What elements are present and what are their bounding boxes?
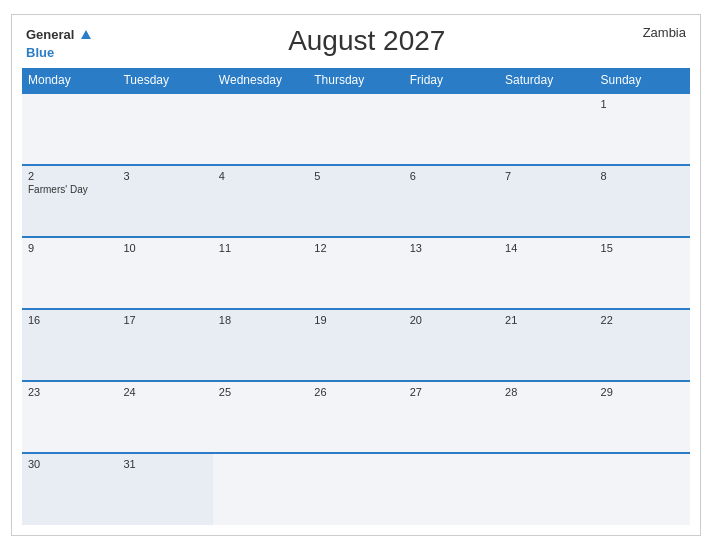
day-number: 15 xyxy=(601,242,684,254)
calendar-cell xyxy=(595,453,690,525)
day-number: 16 xyxy=(28,314,111,326)
day-header-sunday: Sunday xyxy=(595,68,690,93)
day-number: 10 xyxy=(123,242,206,254)
day-number: 22 xyxy=(601,314,684,326)
day-event: Farmers' Day xyxy=(28,184,111,195)
calendar-title: August 2027 xyxy=(91,25,643,57)
calendar-cell: 17 xyxy=(117,309,212,381)
calendar-cell: 21 xyxy=(499,309,594,381)
logo-triangle-icon xyxy=(81,30,91,39)
logo: General Blue xyxy=(26,25,91,60)
day-header-thursday: Thursday xyxy=(308,68,403,93)
logo-general-text: General xyxy=(26,27,74,42)
day-number: 21 xyxy=(505,314,588,326)
day-number: 1 xyxy=(601,98,684,110)
calendar-cell: 19 xyxy=(308,309,403,381)
calendar-header-row: MondayTuesdayWednesdayThursdayFridaySatu… xyxy=(22,68,690,93)
day-header-saturday: Saturday xyxy=(499,68,594,93)
day-number: 29 xyxy=(601,386,684,398)
week-row-5: 23242526272829 xyxy=(22,381,690,453)
week-row-6: 3031 xyxy=(22,453,690,525)
day-number: 13 xyxy=(410,242,493,254)
calendar-cell: 26 xyxy=(308,381,403,453)
day-number: 2 xyxy=(28,170,111,182)
day-number: 20 xyxy=(410,314,493,326)
day-number: 5 xyxy=(314,170,397,182)
logo-blue-text: Blue xyxy=(26,45,54,60)
day-number: 24 xyxy=(123,386,206,398)
calendar-cell xyxy=(213,453,308,525)
calendar-cell: 29 xyxy=(595,381,690,453)
day-number: 19 xyxy=(314,314,397,326)
day-number: 3 xyxy=(123,170,206,182)
week-row-3: 9101112131415 xyxy=(22,237,690,309)
calendar-cell: 16 xyxy=(22,309,117,381)
calendar-header: General Blue August 2027 Zambia xyxy=(22,25,690,60)
calendar-cell xyxy=(117,93,212,165)
calendar-cell: 13 xyxy=(404,237,499,309)
calendar-cell: 11 xyxy=(213,237,308,309)
day-number: 4 xyxy=(219,170,302,182)
calendar-cell xyxy=(404,93,499,165)
day-number: 23 xyxy=(28,386,111,398)
calendar-cell: 8 xyxy=(595,165,690,237)
calendar-cell: 7 xyxy=(499,165,594,237)
day-number: 28 xyxy=(505,386,588,398)
day-number: 17 xyxy=(123,314,206,326)
calendar-cell xyxy=(213,93,308,165)
day-number: 14 xyxy=(505,242,588,254)
calendar-cell: 4 xyxy=(213,165,308,237)
logo-line1: General xyxy=(26,25,91,43)
calendar-cell: 30 xyxy=(22,453,117,525)
day-number: 18 xyxy=(219,314,302,326)
calendar-cell xyxy=(499,93,594,165)
calendar-cell xyxy=(22,93,117,165)
day-number: 9 xyxy=(28,242,111,254)
calendar-cell: 6 xyxy=(404,165,499,237)
calendar-cell: 9 xyxy=(22,237,117,309)
calendar-cell: 25 xyxy=(213,381,308,453)
calendar-cell: 15 xyxy=(595,237,690,309)
calendar-cell: 14 xyxy=(499,237,594,309)
calendar-cell: 31 xyxy=(117,453,212,525)
calendar-container: General Blue August 2027 Zambia MondayTu… xyxy=(11,14,701,536)
day-number: 25 xyxy=(219,386,302,398)
calendar-cell: 20 xyxy=(404,309,499,381)
day-number: 12 xyxy=(314,242,397,254)
calendar-cell: 1 xyxy=(595,93,690,165)
day-header-friday: Friday xyxy=(404,68,499,93)
calendar-cell: 24 xyxy=(117,381,212,453)
day-number: 6 xyxy=(410,170,493,182)
calendar-cell: 18 xyxy=(213,309,308,381)
day-number: 7 xyxy=(505,170,588,182)
calendar-cell xyxy=(308,93,403,165)
day-number: 27 xyxy=(410,386,493,398)
week-row-2: 2Farmers' Day345678 xyxy=(22,165,690,237)
week-row-4: 16171819202122 xyxy=(22,309,690,381)
calendar-cell xyxy=(499,453,594,525)
day-header-monday: Monday xyxy=(22,68,117,93)
calendar-cell: 12 xyxy=(308,237,403,309)
day-number: 31 xyxy=(123,458,206,470)
calendar-cell: 2Farmers' Day xyxy=(22,165,117,237)
calendar-cell: 3 xyxy=(117,165,212,237)
calendar-cell: 10 xyxy=(117,237,212,309)
calendar-body: 12Farmers' Day34567891011121314151617181… xyxy=(22,93,690,525)
calendar-cell: 27 xyxy=(404,381,499,453)
day-number: 11 xyxy=(219,242,302,254)
calendar-cell: 5 xyxy=(308,165,403,237)
week-row-1: 1 xyxy=(22,93,690,165)
calendar-grid: MondayTuesdayWednesdayThursdayFridaySatu… xyxy=(22,68,690,525)
day-header-wednesday: Wednesday xyxy=(213,68,308,93)
calendar-cell xyxy=(308,453,403,525)
day-number: 26 xyxy=(314,386,397,398)
calendar-cell xyxy=(404,453,499,525)
calendar-cell: 22 xyxy=(595,309,690,381)
day-number: 8 xyxy=(601,170,684,182)
day-header-tuesday: Tuesday xyxy=(117,68,212,93)
calendar-cell: 28 xyxy=(499,381,594,453)
calendar-cell: 23 xyxy=(22,381,117,453)
day-number: 30 xyxy=(28,458,111,470)
country-name: Zambia xyxy=(643,25,686,40)
